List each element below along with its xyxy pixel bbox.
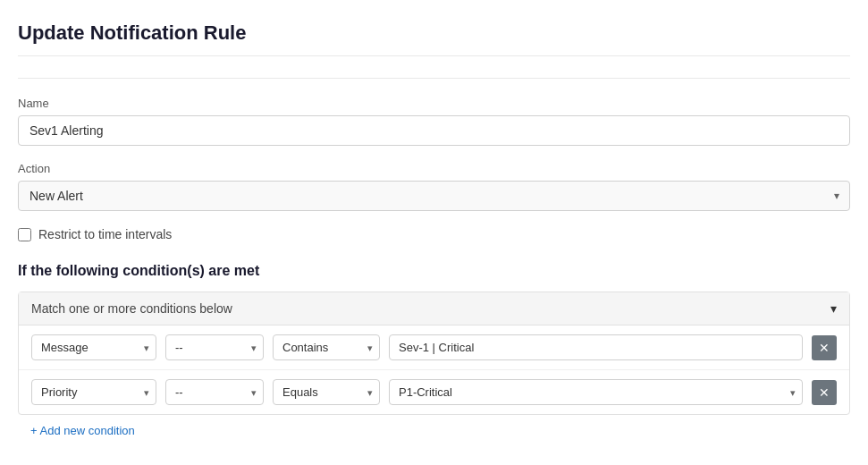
action-label: Action <box>18 162 850 175</box>
conditions-block: Match one or more conditions below ▾ Mes… <box>18 292 850 415</box>
subfield-select-wrapper-2: -- ▾ <box>165 379 264 405</box>
conditions-match-chevron-icon: ▾ <box>830 301 837 316</box>
title-divider <box>18 78 850 79</box>
condition-row-2: Message Priority Severity Source ▾ -- ▾ … <box>19 370 849 414</box>
remove-icon-1: ✕ <box>819 341 830 355</box>
remove-condition-button-2[interactable]: ✕ <box>812 380 837 405</box>
action-select-wrapper: New Alert Update Alert Close Alert ▾ <box>18 181 850 211</box>
remove-condition-button-1[interactable]: ✕ <box>812 335 837 360</box>
field-select-2[interactable]: Message Priority Severity Source <box>31 379 156 405</box>
operator-select-wrapper-1: Contains Equals Not Equals Starts With ▾ <box>273 334 380 360</box>
subfield-select-wrapper-1: -- ▾ <box>165 334 264 360</box>
page-title: Update Notification Rule <box>18 21 850 56</box>
name-input[interactable] <box>18 115 850 146</box>
field-select-wrapper-2: Message Priority Severity Source ▾ <box>31 379 156 405</box>
subfield-select-2[interactable]: -- <box>165 379 264 405</box>
name-field-group: Name <box>18 97 850 146</box>
value-input-1[interactable] <box>389 334 803 360</box>
restrict-time-label: Restrict to time intervals <box>38 227 172 241</box>
action-field-group: Action New Alert Update Alert Close Aler… <box>18 162 850 211</box>
restrict-time-row: Restrict to time intervals <box>18 227 850 241</box>
condition-row-1: Message Priority Severity Source ▾ -- ▾ … <box>19 326 849 370</box>
remove-icon-2: ✕ <box>819 385 830 400</box>
conditions-match-label: Match one or more conditions below <box>31 301 232 316</box>
field-select-1[interactable]: Message Priority Severity Source <box>31 334 156 360</box>
value-select-2[interactable]: P1-Critical P2-High P3-Medium P4-Low P5-… <box>389 379 803 405</box>
conditions-match-header[interactable]: Match one or more conditions below ▾ <box>19 292 849 326</box>
operator-select-1[interactable]: Contains Equals Not Equals Starts With <box>273 334 380 360</box>
name-label: Name <box>18 97 850 110</box>
field-select-wrapper-1: Message Priority Severity Source ▾ <box>31 334 156 360</box>
value-select-wrapper-2: P1-Critical P2-High P3-Medium P4-Low P5-… <box>389 379 803 405</box>
restrict-time-checkbox[interactable] <box>18 228 31 241</box>
add-condition-link[interactable]: + Add new condition <box>18 415 147 446</box>
subfield-select-1[interactable]: -- <box>165 334 264 360</box>
action-select[interactable]: New Alert Update Alert Close Alert <box>18 181 850 211</box>
conditions-section-title: If the following condition(s) are met <box>18 263 850 279</box>
operator-select-2[interactable]: Contains Equals Not Equals Starts With <box>273 379 380 405</box>
operator-select-wrapper-2: Contains Equals Not Equals Starts With ▾ <box>273 379 380 405</box>
